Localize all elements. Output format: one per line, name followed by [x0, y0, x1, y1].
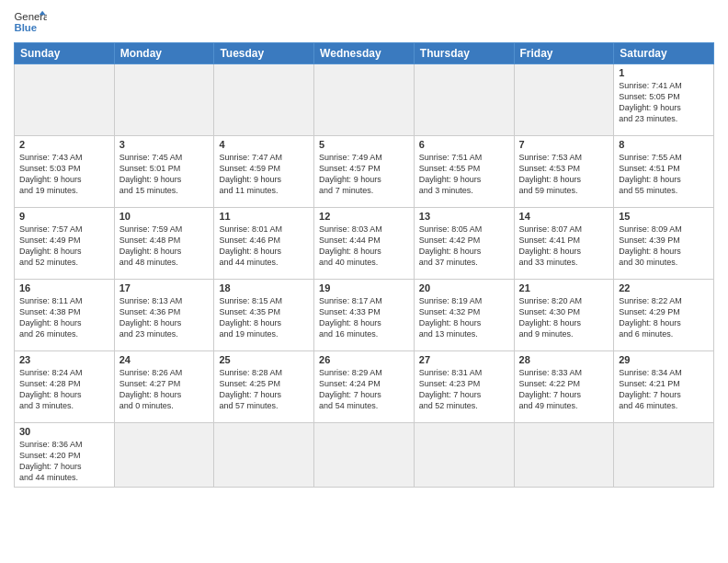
day-info: Sunrise: 7:59 AM Sunset: 4:48 PM Dayligh…: [119, 224, 210, 269]
calendar-cell: 13Sunrise: 8:05 AM Sunset: 4:42 PM Dayli…: [414, 208, 514, 280]
calendar-cell: [15, 64, 115, 136]
weekday-saturday: Saturday: [614, 43, 714, 64]
calendar-cell: 14Sunrise: 8:07 AM Sunset: 4:41 PM Dayli…: [514, 208, 614, 280]
calendar-cell: 27Sunrise: 8:31 AM Sunset: 4:23 PM Dayli…: [414, 351, 514, 423]
calendar-cell: [514, 423, 614, 488]
day-info: Sunrise: 8:28 AM Sunset: 4:25 PM Dayligh…: [219, 367, 309, 412]
day-number: 11: [219, 211, 309, 222]
weekday-tuesday: Tuesday: [214, 43, 314, 64]
day-number: 1: [619, 67, 709, 78]
day-number: 10: [119, 211, 210, 222]
calendar-cell: [614, 423, 714, 488]
week-row-3: 9Sunrise: 7:57 AM Sunset: 4:49 PM Daylig…: [15, 208, 714, 280]
week-row-5: 23Sunrise: 8:24 AM Sunset: 4:28 PM Dayli…: [15, 351, 714, 423]
day-number: 22: [619, 282, 709, 293]
calendar-cell: [514, 64, 614, 136]
weekday-wednesday: Wednesday: [314, 43, 415, 64]
calendar-cell: 5Sunrise: 7:49 AM Sunset: 4:57 PM Daylig…: [314, 136, 415, 208]
logo: General Blue: [14, 9, 52, 35]
day-info: Sunrise: 7:45 AM Sunset: 5:01 PM Dayligh…: [119, 152, 210, 197]
day-info: Sunrise: 7:43 AM Sunset: 5:03 PM Dayligh…: [19, 152, 109, 197]
calendar-cell: 30Sunrise: 8:36 AM Sunset: 4:20 PM Dayli…: [15, 423, 115, 488]
day-info: Sunrise: 7:41 AM Sunset: 5:05 PM Dayligh…: [619, 80, 709, 125]
calendar-cell: [414, 64, 514, 136]
day-info: Sunrise: 8:26 AM Sunset: 4:27 PM Dayligh…: [119, 367, 210, 412]
weekday-friday: Friday: [514, 43, 614, 64]
logo-icon: General Blue: [14, 9, 47, 35]
calendar-cell: 23Sunrise: 8:24 AM Sunset: 4:28 PM Dayli…: [15, 351, 115, 423]
calendar-cell: 6Sunrise: 7:51 AM Sunset: 4:55 PM Daylig…: [414, 136, 514, 208]
day-number: 3: [119, 139, 210, 150]
day-number: 21: [519, 282, 609, 293]
calendar-cell: 8Sunrise: 7:55 AM Sunset: 4:51 PM Daylig…: [614, 136, 714, 208]
weekday-header-row: SundayMondayTuesdayWednesdayThursdayFrid…: [15, 43, 714, 64]
day-number: 18: [219, 282, 309, 293]
calendar-cell: 12Sunrise: 8:03 AM Sunset: 4:44 PM Dayli…: [314, 208, 415, 280]
day-info: Sunrise: 8:24 AM Sunset: 4:28 PM Dayligh…: [19, 367, 109, 412]
calendar-cell: 10Sunrise: 7:59 AM Sunset: 4:48 PM Dayli…: [114, 208, 214, 280]
day-number: 30: [19, 426, 109, 437]
day-info: Sunrise: 8:13 AM Sunset: 4:36 PM Dayligh…: [119, 295, 210, 340]
day-number: 5: [319, 139, 409, 150]
day-number: 23: [19, 354, 109, 365]
page-container: General Blue SundayMondayTuesdayWednesda…: [0, 0, 728, 492]
calendar-cell: 29Sunrise: 8:34 AM Sunset: 4:21 PM Dayli…: [614, 351, 714, 423]
calendar-cell: 19Sunrise: 8:17 AM Sunset: 4:33 PM Dayli…: [314, 280, 415, 351]
calendar-cell: [214, 64, 314, 136]
week-row-1: 1Sunrise: 7:41 AM Sunset: 5:05 PM Daylig…: [15, 64, 714, 136]
calendar-cell: 25Sunrise: 8:28 AM Sunset: 4:25 PM Dayli…: [214, 351, 314, 423]
day-info: Sunrise: 8:22 AM Sunset: 4:29 PM Dayligh…: [619, 295, 709, 340]
calendar-cell: 24Sunrise: 8:26 AM Sunset: 4:27 PM Dayli…: [114, 351, 214, 423]
day-number: 26: [319, 354, 409, 365]
calendar-cell: 26Sunrise: 8:29 AM Sunset: 4:24 PM Dayli…: [314, 351, 415, 423]
calendar-cell: [314, 423, 415, 488]
day-number: 20: [419, 282, 509, 293]
day-info: Sunrise: 8:20 AM Sunset: 4:30 PM Dayligh…: [519, 295, 609, 340]
calendar-cell: [314, 64, 415, 136]
day-info: Sunrise: 8:05 AM Sunset: 4:42 PM Dayligh…: [419, 224, 509, 269]
calendar-cell: 11Sunrise: 8:01 AM Sunset: 4:46 PM Dayli…: [214, 208, 314, 280]
calendar-cell: 3Sunrise: 7:45 AM Sunset: 5:01 PM Daylig…: [114, 136, 214, 208]
calendar-cell: 16Sunrise: 8:11 AM Sunset: 4:38 PM Dayli…: [15, 280, 115, 351]
calendar-table: SundayMondayTuesdayWednesdayThursdayFrid…: [14, 42, 714, 488]
calendar-cell: 20Sunrise: 8:19 AM Sunset: 4:32 PM Dayli…: [414, 280, 514, 351]
day-info: Sunrise: 8:34 AM Sunset: 4:21 PM Dayligh…: [619, 367, 709, 412]
calendar-cell: [114, 64, 214, 136]
weekday-monday: Monday: [114, 43, 214, 64]
day-number: 24: [119, 354, 210, 365]
day-number: 8: [619, 139, 709, 150]
calendar-cell: 15Sunrise: 8:09 AM Sunset: 4:39 PM Dayli…: [614, 208, 714, 280]
day-info: Sunrise: 7:49 AM Sunset: 4:57 PM Dayligh…: [319, 152, 409, 197]
calendar-cell: 4Sunrise: 7:47 AM Sunset: 4:59 PM Daylig…: [214, 136, 314, 208]
day-number: 12: [319, 211, 409, 222]
weekday-thursday: Thursday: [414, 43, 514, 64]
day-info: Sunrise: 7:57 AM Sunset: 4:49 PM Dayligh…: [19, 224, 109, 269]
day-info: Sunrise: 7:55 AM Sunset: 4:51 PM Dayligh…: [619, 152, 709, 197]
day-info: Sunrise: 8:33 AM Sunset: 4:22 PM Dayligh…: [519, 367, 609, 412]
day-info: Sunrise: 8:19 AM Sunset: 4:32 PM Dayligh…: [419, 295, 509, 340]
calendar-cell: [414, 423, 514, 488]
day-number: 6: [419, 139, 509, 150]
calendar-cell: [214, 423, 314, 488]
day-number: 25: [219, 354, 309, 365]
calendar-cell: 28Sunrise: 8:33 AM Sunset: 4:22 PM Dayli…: [514, 351, 614, 423]
day-number: 28: [519, 354, 609, 365]
day-number: 13: [419, 211, 509, 222]
day-info: Sunrise: 8:29 AM Sunset: 4:24 PM Dayligh…: [319, 367, 409, 412]
day-info: Sunrise: 8:15 AM Sunset: 4:35 PM Dayligh…: [219, 295, 309, 340]
day-number: 16: [19, 282, 109, 293]
day-number: 14: [519, 211, 609, 222]
day-number: 17: [119, 282, 210, 293]
calendar-cell: [114, 423, 214, 488]
day-info: Sunrise: 7:51 AM Sunset: 4:55 PM Dayligh…: [419, 152, 509, 197]
calendar-cell: 21Sunrise: 8:20 AM Sunset: 4:30 PM Dayli…: [514, 280, 614, 351]
weekday-sunday: Sunday: [15, 43, 115, 64]
day-info: Sunrise: 8:09 AM Sunset: 4:39 PM Dayligh…: [619, 224, 709, 269]
calendar-cell: 18Sunrise: 8:15 AM Sunset: 4:35 PM Dayli…: [214, 280, 314, 351]
day-number: 7: [519, 139, 609, 150]
calendar-cell: 22Sunrise: 8:22 AM Sunset: 4:29 PM Dayli…: [614, 280, 714, 351]
day-info: Sunrise: 8:31 AM Sunset: 4:23 PM Dayligh…: [419, 367, 509, 412]
calendar-cell: 17Sunrise: 8:13 AM Sunset: 4:36 PM Dayli…: [114, 280, 214, 351]
day-info: Sunrise: 8:11 AM Sunset: 4:38 PM Dayligh…: [19, 295, 109, 340]
day-number: 9: [19, 211, 109, 222]
